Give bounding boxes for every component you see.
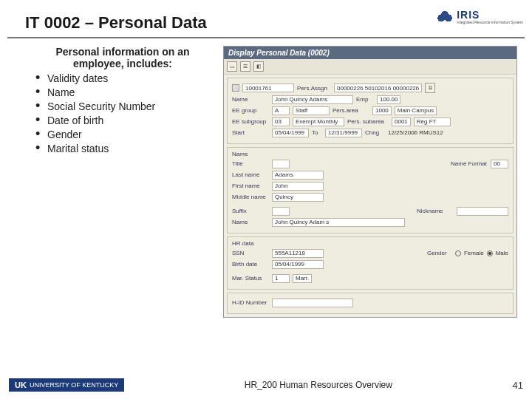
suffix-field[interactable]: [272, 207, 290, 216]
gender-female-label: Female: [464, 250, 484, 256]
idnumber-label: H-ID Number: [232, 299, 269, 306]
list-item: Date of birth: [40, 115, 216, 126]
uk-mark: UK: [15, 381, 27, 389]
nameformat-label: Name Format: [451, 160, 488, 167]
footer: UK UNIVERSITY OF KENTUCKY HR_200 Human R…: [0, 378, 532, 392]
persassgn-label: Pers.Assgn: [297, 85, 331, 92]
uk-name: UNIVERSITY OF KENTUCKY: [30, 381, 118, 389]
marstatus-value-field: Marr.: [293, 274, 312, 283]
toolbar-button[interactable]: ◧: [253, 61, 264, 72]
to-field[interactable]: 12/31/9999: [325, 129, 362, 137]
gender-label: Gender: [427, 250, 452, 256]
gender-male-radio[interactable]: [487, 250, 493, 256]
iris-logo: IRIS Integrated Resource Information Sys…: [436, 7, 523, 25]
persarea-label: Pers.area: [332, 107, 369, 114]
lastname-field[interactable]: Adams: [272, 171, 324, 180]
nickname-label: Nickname: [417, 208, 454, 214]
eegroup-value-field: Staff: [293, 106, 330, 115]
persassgn-field[interactable]: 00000226 50102016 00000226: [334, 83, 422, 92]
firstname-label: First name: [232, 183, 269, 189]
persarea-code-field[interactable]: 1000: [372, 106, 392, 115]
person-icon[interactable]: [232, 84, 239, 92]
header-section: 10001761 Pers.Assgn 00000226 50102016 00…: [227, 78, 514, 144]
list-item: Gender: [40, 129, 216, 140]
marstatus-label: Mar. Status: [232, 275, 269, 282]
sap-toolbar: ▭ ☰ ◧: [224, 59, 516, 75]
emp-field[interactable]: 100.00: [377, 95, 400, 104]
bullet-list: Validity dates Name Social Security Numb…: [30, 72, 216, 154]
ssn-field[interactable]: 555A11218: [272, 249, 324, 258]
iris-text: IRIS: [457, 9, 523, 21]
to-label: To: [312, 129, 322, 136]
title-field[interactable]: [272, 160, 290, 168]
name-label: Name: [232, 96, 269, 103]
perssubarea-code-field[interactable]: 0001: [392, 117, 411, 126]
sap-window: Display Personal Data (0002) ▭ ☰ ◧ 10001…: [223, 46, 517, 318]
fullname-field[interactable]: John Quincy Adam s: [272, 218, 405, 227]
title-label: Title: [232, 160, 269, 167]
chng-field: 12/25/2006 RMUS12: [386, 129, 467, 137]
middlename-field[interactable]: Quincy: [272, 193, 324, 202]
eesubgroup-label: EE subgroup: [232, 118, 269, 125]
hrdata-group-title: HR data: [232, 240, 508, 247]
ssn-label: SSN: [232, 250, 269, 256]
lastname-label: Last name: [232, 171, 269, 178]
description-panel: Personal information on an employee, inc…: [30, 46, 216, 318]
page-number: 41: [513, 380, 523, 391]
footer-title: HR_200 Human Resources Overview: [245, 380, 392, 390]
idnumber-section: H-ID Number: [227, 293, 514, 314]
eesubgroup-value-field: Exempt Monthly: [293, 117, 344, 126]
persarea-value-field: Main Campus: [395, 106, 437, 115]
emp-label: Emp: [356, 96, 374, 103]
firstname-field[interactable]: John: [272, 182, 324, 191]
intro-text: Personal information on an employee, inc…: [30, 46, 216, 69]
name-section: Name Title Name Format 00 Last name Adam…: [227, 147, 514, 233]
suffix-label: Suffix: [232, 208, 269, 214]
idnumber-field[interactable]: [272, 299, 353, 307]
toolbar-button[interactable]: ▭: [227, 61, 237, 72]
iris-subtitle: Integrated Resource Information System: [457, 21, 523, 24]
persid-field[interactable]: 10001761: [242, 83, 294, 92]
middlename-label: Middle name: [232, 194, 269, 200]
iris-flower-icon: [436, 7, 454, 25]
birthdate-field[interactable]: 05/04/1999: [272, 260, 324, 269]
fullname-label: Name: [232, 219, 269, 225]
toolbar-button[interactable]: ☰: [240, 61, 250, 72]
perssubarea-value-field: Reg FT: [414, 117, 451, 126]
gender-female-radio[interactable]: [455, 250, 461, 256]
list-item: Validity dates: [40, 72, 216, 84]
list-item: Social Security Number: [40, 100, 216, 112]
chng-label: Chng: [365, 129, 383, 136]
nickname-field[interactable]: [457, 207, 508, 216]
list-item: Name: [40, 86, 216, 98]
start-label: Start: [232, 129, 269, 136]
name-group-title: Name: [232, 151, 508, 157]
eesubgroup-code-field[interactable]: 03: [272, 117, 290, 126]
perssubarea-label: Pers. subarea: [347, 118, 389, 125]
birthdate-label: Birth date: [232, 261, 269, 267]
eegroup-code-field[interactable]: A: [272, 106, 290, 115]
name-field[interactable]: John Quincy Adams: [272, 95, 353, 104]
start-field[interactable]: 05/04/1999: [272, 129, 309, 137]
marstatus-code-field[interactable]: 1: [272, 274, 290, 283]
persassgn-picker-icon[interactable]: ⧉: [425, 83, 435, 93]
nameformat-field[interactable]: 00: [491, 160, 508, 168]
hrdata-section: HR data SSN 555A11218 Gender Female Male…: [227, 236, 514, 290]
uk-logo: UK UNIVERSITY OF KENTUCKY: [9, 378, 124, 392]
list-item: Marital status: [40, 143, 216, 154]
sap-titlebar: Display Personal Data (0002): [224, 47, 516, 59]
eegroup-label: EE group: [232, 107, 269, 114]
gender-male-label: Male: [496, 250, 508, 256]
